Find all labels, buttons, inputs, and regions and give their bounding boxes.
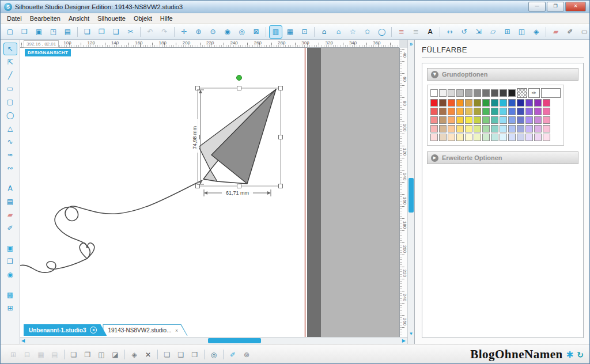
color-swatch[interactable] (482, 134, 490, 141)
selection-handle[interactable] (237, 184, 241, 188)
color-swatch[interactable] (500, 89, 507, 97)
color-swatch[interactable] (517, 125, 524, 132)
undo-button[interactable]: ↶ (143, 25, 157, 39)
scale-object-button[interactable]: ⇲ (472, 25, 485, 39)
color-swatch[interactable] (474, 99, 481, 107)
color-swatch[interactable] (508, 125, 516, 132)
split-button[interactable]: ▤ (48, 348, 61, 361)
color-swatch[interactable] (456, 116, 464, 124)
align-button[interactable]: ⊞ (501, 25, 514, 39)
color-swatch[interactable] (491, 108, 498, 115)
selection-handle[interactable] (196, 86, 200, 90)
color-swatch[interactable] (525, 116, 533, 124)
color-swatch[interactable] (448, 108, 455, 115)
star-tool-button[interactable]: ☆ (346, 25, 360, 39)
show-grid-button[interactable]: ▦ (283, 25, 297, 39)
color-swatch[interactable] (439, 99, 447, 107)
offset-button[interactable]: ⌂ (317, 25, 331, 39)
color-swatch[interactable] (534, 134, 542, 141)
curve-tool[interactable]: ∿ (3, 135, 17, 148)
text-style-button[interactable]: A (423, 25, 437, 39)
rotation-handle[interactable] (237, 75, 242, 81)
merge-button[interactable]: ▦ (35, 348, 47, 361)
horizontal-scroll-thumb[interactable] (208, 338, 261, 343)
color-swatch[interactable] (439, 108, 447, 115)
color-swatch[interactable] (456, 99, 464, 107)
color-swatch[interactable] (491, 89, 498, 97)
color-swatch[interactable] (430, 134, 438, 141)
tab-close-icon[interactable]: x (90, 327, 97, 333)
save-to-library-button[interactable]: ◳ (47, 25, 60, 39)
transparent-swatch[interactable] (517, 88, 527, 98)
color-swatch[interactable] (465, 89, 472, 97)
color-swatch[interactable] (474, 125, 481, 132)
note-tool[interactable]: ▤ (3, 195, 17, 208)
design-trail[interactable] (20, 180, 202, 272)
color-swatch[interactable] (448, 125, 455, 132)
color-swatch[interactable] (448, 99, 455, 107)
color-swatch[interactable] (482, 116, 490, 124)
menu-objekt[interactable]: Objekt (130, 14, 156, 23)
color-swatch[interactable] (482, 99, 490, 107)
fill-page-button[interactable]: ▩ (3, 289, 17, 301)
mirror-horizontal-button[interactable]: ◫ (95, 348, 108, 361)
color-swatch[interactable] (448, 89, 455, 97)
replicate-button[interactable]: ◫ (515, 25, 528, 39)
new-document-button[interactable]: ▢ (3, 25, 17, 39)
tab-unbenannt-1-studio3[interactable]: Unbenannt-1.studio3x (24, 324, 107, 336)
color-swatch[interactable] (508, 116, 516, 124)
registration-marks-button[interactable]: ⊡ (298, 25, 311, 39)
ellipse-offset-button[interactable]: ◯ (375, 25, 388, 39)
cut-button[interactable]: ✂ (124, 25, 137, 39)
color-swatch[interactable] (500, 99, 507, 107)
point-edit-tool[interactable]: ⇱ (3, 56, 17, 69)
color-swatch[interactable] (543, 108, 550, 115)
duplicate-left-button[interactable]: ❏ (67, 348, 80, 361)
tab-19143-ns8vw2-studio-[interactable]: 19143-NS8VW2.studio...x (103, 324, 187, 336)
line-color-button[interactable]: ≡ (395, 25, 408, 39)
replicate-panel-button[interactable]: ▣ (3, 242, 17, 255)
color-swatch[interactable] (534, 116, 542, 124)
color-swatch[interactable] (439, 125, 447, 132)
menu-ansicht[interactable]: Ansicht (65, 14, 93, 23)
open-document-button[interactable]: ❒ (18, 25, 31, 39)
color-swatch[interactable] (508, 108, 516, 115)
color-swatch[interactable] (500, 125, 507, 132)
knife-button[interactable]: ✐ (563, 25, 577, 39)
color-swatch[interactable] (517, 99, 524, 107)
color-picker-button[interactable]: ✐ (226, 348, 239, 361)
color-swatch[interactable] (430, 116, 438, 124)
color-swatch[interactable] (500, 116, 507, 124)
scroll-left-icon[interactable]: ◀ (21, 338, 25, 344)
line-style-button[interactable]: ≡ (409, 25, 422, 39)
color-swatch[interactable] (465, 116, 472, 124)
color-swatch[interactable] (491, 99, 498, 107)
menu-datei[interactable]: Datei (3, 14, 26, 23)
color-swatch[interactable] (543, 125, 550, 132)
text-tool[interactable]: A (3, 182, 17, 195)
paste-button[interactable]: ❏ (81, 25, 94, 39)
color-swatch[interactable] (500, 108, 507, 115)
color-swatch[interactable] (465, 125, 472, 132)
panel-expand-icon[interactable]: » (408, 41, 414, 47)
pan-tool-button[interactable]: ✛ (177, 25, 191, 39)
menu-hilfe[interactable]: Hilfe (156, 14, 177, 23)
pages-view-button[interactable]: ❐ (3, 255, 17, 268)
selection-handle[interactable] (279, 184, 283, 188)
paste-in-front-button[interactable]: ❒ (188, 348, 201, 361)
paste-style-button[interactable]: ❑ (175, 348, 187, 361)
send-to-silhouette-button[interactable]: ◉ (3, 268, 17, 281)
eraser-button[interactable]: ▰ (549, 25, 562, 39)
color-swatch[interactable] (543, 99, 550, 107)
color-swatch[interactable] (482, 108, 490, 115)
color-swatch[interactable] (543, 116, 550, 124)
color-swatch[interactable] (474, 134, 481, 141)
menu-silhouette[interactable]: Silhouette (93, 14, 130, 23)
modify-button[interactable]: ◈ (530, 25, 543, 39)
color-swatch[interactable] (491, 125, 498, 132)
color-swatch[interactable] (525, 108, 533, 115)
fit-to-page-button[interactable]: ⊠ (249, 25, 263, 39)
scroll-down-icon[interactable]: ▼ (408, 331, 414, 336)
color-swatch[interactable] (439, 134, 447, 141)
color-swatch[interactable] (517, 116, 524, 124)
